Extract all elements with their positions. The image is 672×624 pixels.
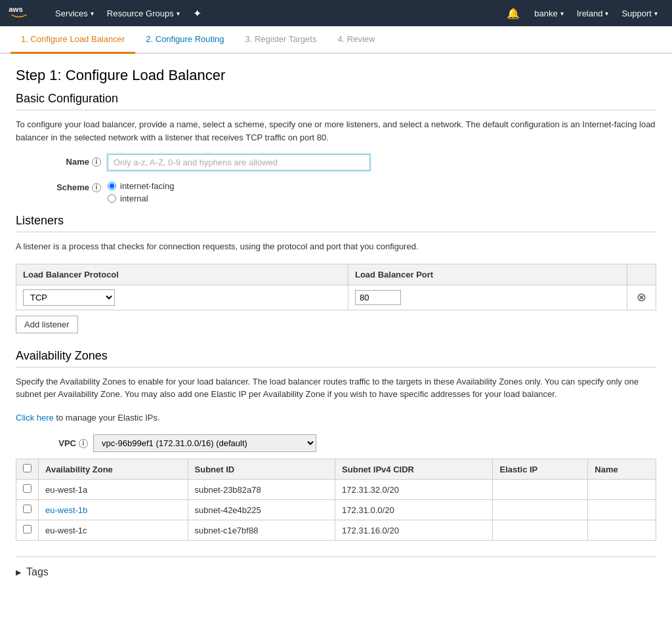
az-row-3-checkbox[interactable]: [23, 525, 32, 533]
listeners-table: Load Balancer Protocol Load Balancer Por…: [16, 264, 656, 310]
az-row-2-az: eu-west-1b: [39, 500, 188, 520]
table-row: eu-west-1b subnet-42e4b225 172.31.0.0/20: [16, 500, 656, 520]
basic-config-divider: [16, 110, 656, 110]
az-col-checkbox: [16, 459, 39, 480]
svg-text:aws: aws: [9, 5, 23, 13]
remove-listener-button[interactable]: ⊗: [634, 290, 649, 304]
az-row-1-subnet: subnet-23b82a78: [188, 480, 335, 500]
vpc-row: VPC i vpc-96b99ef1 (172.31.0.0/16) (defa…: [16, 434, 656, 452]
support-caret-icon: ▾: [654, 10, 658, 17]
col-protocol-header: Load Balancer Protocol: [16, 264, 348, 285]
nav-right: 🔔 banke ▾ Ireland ▾ Support ▾: [499, 0, 664, 26]
vpc-label: VPC i: [55, 438, 88, 448]
user-menu[interactable]: banke ▾: [528, 0, 570, 26]
vpc-info-icon[interactable]: i: [79, 439, 88, 448]
tags-arrow-icon: ▶: [16, 568, 21, 577]
az-row-1-name: [588, 480, 656, 500]
listeners-title: Listeners: [16, 214, 656, 228]
tags-section[interactable]: ▶ Tags: [16, 556, 656, 587]
scheme-label: Scheme i: [55, 180, 108, 192]
manage-eip-link[interactable]: Click here: [16, 413, 54, 423]
az-eip-info: Click here to manage your Elastic IPs.: [16, 411, 656, 425]
tab-configure-routing[interactable]: 2. Configure Routing: [135, 26, 234, 54]
az-row-2-subnet: subnet-42e4b225: [188, 500, 335, 520]
listener-row: TCP TLS UDP TCP_UDP ⊗: [16, 285, 656, 310]
az-col-name: Name: [588, 459, 656, 480]
az-row-1-cidr: 172.31.32.0/20: [335, 480, 493, 500]
scheme-internet-facing-radio[interactable]: [108, 182, 116, 190]
navbar: aws Services ▾ Resource Groups ▾ ✦ 🔔 ban…: [0, 0, 672, 26]
support-menu[interactable]: Support ▾: [615, 0, 664, 26]
listeners-description: A listener is a process that checks for …: [16, 240, 656, 253]
basic-config-title: Basic Configuration: [16, 92, 656, 106]
listeners-section: Listeners A listener is a process that c…: [16, 214, 656, 333]
page-title: Step 1: Configure Load Balancer: [16, 67, 656, 84]
az-row-3-az: eu-west-1c: [39, 520, 188, 541]
az-row-1-checkbox[interactable]: [23, 484, 32, 493]
az-col-az: Availability Zone: [39, 459, 188, 480]
tab-review[interactable]: 4. Review: [327, 26, 385, 54]
table-row: eu-west-1c subnet-c1e7bf88 172.31.16.0/2…: [16, 520, 656, 541]
az-col-subnet: Subnet ID: [188, 459, 335, 480]
port-input[interactable]: [355, 290, 401, 305]
az-description: Specify the Availability Zones to enable…: [16, 375, 656, 401]
scheme-radio-group: internet-facing internal: [108, 180, 174, 203]
protocol-select[interactable]: TCP TLS UDP TCP_UDP: [23, 289, 115, 306]
tab-configure-load-balancer[interactable]: 1. Configure Load Balancer: [10, 26, 135, 54]
tab-register-targets[interactable]: 3. Register Targets: [235, 26, 327, 54]
az-select-all-checkbox[interactable]: [23, 464, 32, 472]
az-row-2-name: [588, 500, 656, 520]
bookmarks-icon[interactable]: ✦: [186, 0, 208, 26]
scheme-form-row: Scheme i internet-facing internal: [16, 180, 656, 203]
az-row-2-cidr: 172.31.0.0/20: [335, 500, 493, 520]
wizard-tabs: 1. Configure Load Balancer 2. Configure …: [0, 26, 672, 54]
region-menu[interactable]: Ireland ▾: [570, 0, 616, 26]
services-caret-icon: ▾: [91, 10, 94, 17]
table-row: eu-west-1a subnet-23b82a78 172.31.32.0/2…: [16, 480, 656, 500]
add-listener-button[interactable]: Add listener: [16, 316, 78, 333]
resource-groups-menu[interactable]: Resource Groups ▾: [100, 0, 186, 26]
resource-groups-caret-icon: ▾: [177, 10, 180, 17]
scheme-internal-option[interactable]: internal: [108, 194, 174, 203]
az-row-3-cidr: 172.31.16.0/20: [335, 520, 493, 541]
name-form-row: Name i: [16, 154, 656, 171]
az-table: Availability Zone Subnet ID Subnet IPv4 …: [16, 459, 656, 541]
availability-zones-section: Availability Zones Specify the Availabil…: [16, 349, 656, 541]
scheme-internal-radio[interactable]: [108, 194, 116, 203]
az-title: Availability Zones: [16, 349, 656, 363]
scheme-internet-facing-option[interactable]: internet-facing: [108, 181, 174, 191]
az-row-1-az: eu-west-1a: [39, 480, 188, 500]
basic-config-description: To configure your load balancer, provide…: [16, 118, 656, 144]
bell-icon[interactable]: 🔔: [499, 7, 528, 20]
az-row-1-eip: [493, 480, 588, 500]
main-content: Step 1: Configure Load Balancer Basic Co…: [0, 54, 672, 600]
scheme-info-icon[interactable]: i: [92, 183, 101, 192]
region-caret-icon: ▾: [605, 10, 608, 17]
user-caret-icon: ▾: [560, 10, 564, 17]
az-row-2-eip: [493, 500, 588, 520]
basic-config-section: Basic Configuration To configure your lo…: [16, 92, 656, 203]
name-info-icon[interactable]: i: [92, 157, 101, 167]
name-input[interactable]: [108, 154, 370, 171]
az-row-3-subnet: subnet-c1e7bf88: [188, 520, 335, 541]
listeners-divider: [16, 232, 656, 232]
vpc-select[interactable]: vpc-96b99ef1 (172.31.0.0/16) (default): [93, 434, 316, 452]
az-col-cidr: Subnet IPv4 CIDR: [335, 459, 493, 480]
az-row-2-checkbox[interactable]: [23, 505, 32, 513]
az-col-eip: Elastic IP: [493, 459, 588, 480]
az-divider: [16, 367, 656, 367]
aws-logo-brand[interactable]: aws: [8, 5, 35, 22]
tags-label: Tags: [26, 566, 49, 578]
services-menu[interactable]: Services ▾: [49, 0, 100, 26]
col-port-header: Load Balancer Port: [348, 264, 627, 285]
az-row-3-eip: [493, 520, 588, 541]
name-label: Name i: [55, 154, 108, 167]
az-row-3-name: [588, 520, 656, 541]
col-action-header: [627, 264, 656, 285]
